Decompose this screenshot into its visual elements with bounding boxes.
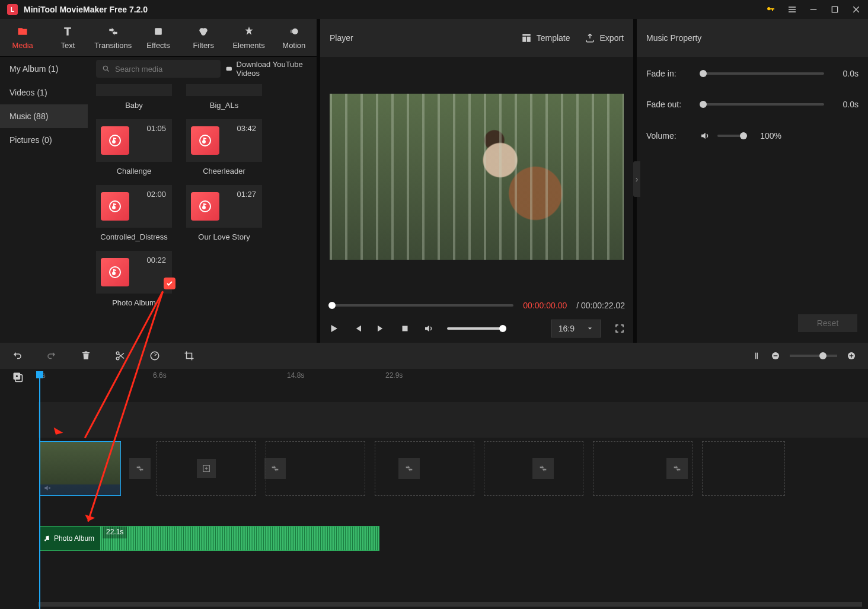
sidebar-item-music[interactable]: Music (88) xyxy=(0,104,88,128)
properties-title: Music Property xyxy=(637,19,868,57)
fit-icon[interactable] xyxy=(752,351,761,361)
music-icon xyxy=(101,126,129,155)
tab-motion[interactable]: Motion xyxy=(272,19,317,56)
fade-out-slider[interactable] xyxy=(700,103,824,106)
svg-rect-1 xyxy=(155,28,162,35)
media-item[interactable]: Baby xyxy=(96,84,172,110)
play-icon[interactable] xyxy=(328,323,339,334)
next-frame-icon[interactable] xyxy=(376,323,387,334)
svg-rect-24 xyxy=(757,353,758,359)
svg-point-6 xyxy=(290,30,294,34)
music-icon xyxy=(191,192,219,221)
key-icon[interactable] xyxy=(766,5,776,14)
split-icon[interactable] xyxy=(115,350,126,361)
zoom-out-icon[interactable] xyxy=(771,351,780,361)
sidebar-item-myalbum[interactable]: My Album (1) xyxy=(0,57,88,81)
sidebar-item-pictures[interactable]: Pictures (0) xyxy=(0,128,88,152)
svg-rect-29 xyxy=(851,354,851,358)
ruler[interactable]: 0s 6.6s 14.8s 22.9s xyxy=(38,369,868,385)
crop-icon[interactable] xyxy=(184,350,194,361)
tab-effects[interactable]: Effects xyxy=(136,19,181,56)
transition-slot[interactable] xyxy=(129,458,151,479)
drop-zone[interactable] xyxy=(593,441,693,496)
sidebar-item-videos[interactable]: Videos (1) xyxy=(0,81,88,104)
drop-zone[interactable] xyxy=(484,441,583,496)
track-text[interactable]: Track1 xyxy=(0,402,868,438)
template-button[interactable]: Template xyxy=(521,33,570,43)
svg-point-4 xyxy=(201,30,206,35)
fade-in-slider[interactable] xyxy=(700,72,824,75)
svg-rect-8 xyxy=(226,67,232,71)
speed-icon[interactable] xyxy=(149,350,160,361)
svg-rect-26 xyxy=(774,355,778,356)
drop-zone[interactable] xyxy=(375,441,474,496)
media-item[interactable]: 01:27 Our Love Story xyxy=(186,185,262,241)
tab-media[interactable]: Media xyxy=(0,19,45,56)
properties-panel: › Music Property Fade in: 0.0s Fade out:… xyxy=(637,19,868,343)
fullscreen-icon[interactable] xyxy=(614,323,625,334)
delete-icon[interactable] xyxy=(81,350,91,361)
menu-icon[interactable] xyxy=(787,5,797,14)
svg-point-18 xyxy=(113,272,115,275)
stop-icon[interactable] xyxy=(400,323,410,334)
music-icon xyxy=(101,258,129,286)
media-item[interactable]: 02:00 Controlled_Distress xyxy=(96,185,172,241)
player-title: Player xyxy=(330,33,353,43)
zoom-in-icon[interactable] xyxy=(847,351,856,361)
volume-value: 100% xyxy=(754,131,781,141)
drop-zone[interactable] xyxy=(157,441,256,496)
app-title: MiniTool MovieMaker Free 7.2.0 xyxy=(24,5,148,14)
tab-filters[interactable]: Filters xyxy=(181,19,226,56)
playhead[interactable] xyxy=(39,372,40,609)
redo-icon[interactable] xyxy=(46,350,57,361)
sidebar: My Album (1) Videos (1) Music (88) Pictu… xyxy=(0,57,88,343)
tab-elements[interactable]: Elements xyxy=(226,19,271,56)
player-panel: Player Template Export 00:00:00.00 / 00:… xyxy=(320,19,633,343)
collapse-icon[interactable]: › xyxy=(633,161,640,197)
add-track-icon[interactable] xyxy=(12,371,24,383)
close-icon[interactable] xyxy=(851,5,861,14)
video-clip[interactable] xyxy=(39,441,121,496)
zoom-slider[interactable] xyxy=(790,355,837,357)
svg-point-7 xyxy=(103,66,107,70)
svg-point-12 xyxy=(203,141,205,143)
volume-slider[interactable] xyxy=(447,327,506,330)
seek-slider[interactable] xyxy=(328,304,513,307)
prev-frame-icon[interactable] xyxy=(352,323,363,334)
aspect-select[interactable]: 16:9 xyxy=(551,320,601,337)
titlebar: L MiniTool MovieMaker Free 7.2.0 xyxy=(0,0,868,19)
time-total: / 00:00:22.02 xyxy=(576,301,625,310)
media-item[interactable]: Big_ALs xyxy=(186,84,262,110)
minimize-icon[interactable] xyxy=(809,5,818,14)
tab-strip: Media Text Transitions Effects Filters E… xyxy=(0,19,317,57)
drop-zone[interactable] xyxy=(702,441,785,496)
volume-icon[interactable] xyxy=(423,323,434,334)
music-icon xyxy=(101,192,129,221)
media-item[interactable]: 03:42 Cheerleader xyxy=(186,119,262,176)
volume-slider[interactable] xyxy=(717,135,747,137)
undo-icon[interactable] xyxy=(12,350,23,361)
volume-icon[interactable] xyxy=(700,130,710,141)
fade-in-value: 0.0s xyxy=(831,69,859,78)
drop-zone[interactable] xyxy=(266,441,365,496)
media-item[interactable]: 01:05 Challenge xyxy=(96,119,172,176)
horizontal-scrollbar[interactable] xyxy=(38,602,862,607)
svg-point-10 xyxy=(113,141,115,143)
audio-clip[interactable]: Photo Album 22.1s xyxy=(39,526,379,551)
svg-point-38 xyxy=(44,540,46,541)
export-button[interactable]: Export xyxy=(585,33,624,43)
fade-in-label: Fade in: xyxy=(646,69,693,78)
tab-transitions[interactable]: Transitions xyxy=(91,19,136,56)
svg-point-39 xyxy=(47,538,49,540)
mute-icon[interactable] xyxy=(43,484,52,494)
reset-button[interactable]: Reset xyxy=(798,314,857,332)
music-icon xyxy=(191,126,219,155)
maximize-icon[interactable] xyxy=(830,5,840,14)
media-grid: Baby Big_ALs 01:05 Challenge 03:42 Cheer… xyxy=(88,81,317,343)
svg-rect-19 xyxy=(403,326,408,331)
search-input[interactable] xyxy=(96,60,221,78)
tab-text[interactable]: Text xyxy=(45,19,90,56)
download-youtube-link[interactable]: Download YouTube Videos xyxy=(225,60,308,78)
svg-point-16 xyxy=(203,206,205,209)
media-panel: Media Text Transitions Effects Filters E… xyxy=(0,19,317,343)
